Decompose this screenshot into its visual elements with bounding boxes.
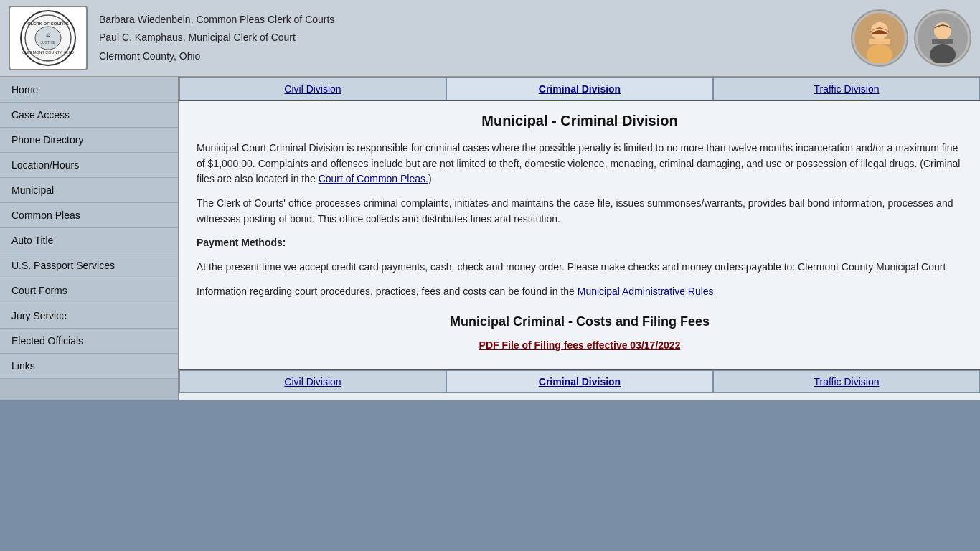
svg-text:CLERMONT COUNTY, OHIO: CLERMONT COUNTY, OHIO <box>22 50 75 55</box>
page-header: CLERK OF COURTS CLERMONT COUNTY, OHIO ⚖ … <box>0 0 980 77</box>
svg-text:CLERK OF COURTS: CLERK OF COURTS <box>27 22 69 26</box>
tab-traffic-top[interactable]: Traffic Division <box>713 77 980 100</box>
tab-civil-top[interactable]: Civil Division <box>179 77 446 100</box>
svg-point-4 <box>35 27 61 50</box>
sidebar: Home Case Access Phone Directory Locatio… <box>0 77 179 400</box>
main-content: Municipal - Criminal Division Municipal … <box>179 101 980 369</box>
header-info: Barbara Wiedenbein, Common Pleas Clerk o… <box>88 11 851 65</box>
sidebar-item-elected-officials[interactable]: Elected Officials <box>0 329 178 354</box>
top-tabs: Civil Division Criminal Division Traffic… <box>179 77 980 101</box>
sidebar-item-common-pleas[interactable]: Common Pleas <box>0 203 178 228</box>
main-layout: Home Case Access Phone Directory Locatio… <box>0 77 980 400</box>
tab-civil-bottom[interactable]: Civil Division <box>179 370 446 393</box>
page-title: Municipal - Criminal Division <box>197 113 963 129</box>
admin-rules-paragraph: Information regarding court procedures, … <box>197 284 963 300</box>
pdf-filing-fees-link[interactable]: PDF File of Filing fees effective 03/17/… <box>479 339 681 351</box>
admin-rules-link[interactable]: Municipal Administrative Rules <box>578 286 714 297</box>
paragraph-2: The Clerk of Courts' office processes cr… <box>197 196 963 227</box>
header-line2: Paul C. Kamphaus, Municipal Clerk of Cou… <box>99 29 851 47</box>
sidebar-item-passport[interactable]: U.S. Passport Services <box>0 253 178 278</box>
svg-text:⚖: ⚖ <box>46 32 50 37</box>
content-area: Civil Division Criminal Division Traffic… <box>179 77 980 400</box>
bottom-tabs: Civil Division Criminal Division Traffic… <box>179 369 980 393</box>
payment-heading: Payment Methods: <box>197 237 286 248</box>
sidebar-item-case-access[interactable]: Case Access <box>0 103 178 128</box>
costs-title: Municipal Criminal - Costs and Filing Fe… <box>197 314 963 329</box>
sidebar-footer <box>0 379 178 400</box>
common-pleas-link[interactable]: Court of Common Pleas. <box>319 173 428 184</box>
svg-rect-15 <box>932 39 953 44</box>
sidebar-item-auto-title[interactable]: Auto Title <box>0 228 178 253</box>
sidebar-item-municipal[interactable]: Municipal <box>0 178 178 203</box>
svg-text:JUSTICE: JUSTICE <box>41 40 57 44</box>
sidebar-item-links[interactable]: Links <box>0 354 178 379</box>
header-line3: Clermont County, Ohio <box>99 47 851 65</box>
official-photo-2 <box>914 9 971 67</box>
sidebar-item-jury-service[interactable]: Jury Service <box>0 303 178 329</box>
sidebar-item-phone-directory[interactable]: Phone Directory <box>0 128 178 153</box>
payment-methods: Payment Methods: <box>197 235 963 251</box>
tab-criminal-top[interactable]: Criminal Division <box>446 77 713 100</box>
header-line1: Barbara Wiedenbein, Common Pleas Clerk o… <box>99 11 851 29</box>
official-photo-1 <box>851 9 908 67</box>
county-seal: CLERK OF COURTS CLERMONT COUNTY, OHIO ⚖ … <box>9 6 88 70</box>
sidebar-item-home[interactable]: Home <box>0 77 178 103</box>
sidebar-item-location-hours[interactable]: Location/Hours <box>0 153 178 178</box>
paragraph-1: Municipal Court Criminal Division is res… <box>197 141 963 187</box>
tab-traffic-bottom[interactable]: Traffic Division <box>713 370 980 393</box>
officials-photos <box>851 9 971 67</box>
payment-text: At the present time we accept credit car… <box>197 260 963 276</box>
pdf-link-container: PDF File of Filing fees effective 03/17/… <box>197 339 963 351</box>
tab-criminal-bottom[interactable]: Criminal Division <box>446 370 713 393</box>
sidebar-item-court-forms[interactable]: Court Forms <box>0 278 178 303</box>
svg-rect-10 <box>869 39 890 44</box>
